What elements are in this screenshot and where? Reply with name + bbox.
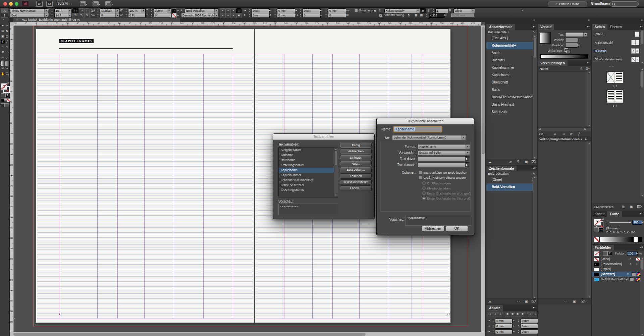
align-left-button[interactable]: ≡ — [220, 8, 225, 13]
hyphenation-checkbox[interactable]: ✓ — [379, 13, 383, 17]
grid-toggle-button[interactable]: ▤ — [420, 8, 426, 13]
left-indent-stepper[interactable]: ▴▾ — [248, 8, 251, 12]
position-field[interactable] — [565, 43, 578, 48]
align-bottom-button[interactable]: ≡ — [231, 13, 236, 18]
align-top-button[interactable]: ≡ — [220, 13, 225, 18]
gradient-swatch[interactable] — [540, 32, 551, 44]
new-link-icon[interactable]: ▣ — [573, 299, 576, 303]
master-page-row[interactable]: [Ohne] — [592, 30, 644, 38]
stepper-down-icon[interactable]: ▾ — [97, 10, 99, 12]
minimize-window-button[interactable] — [9, 2, 13, 6]
collapse-panels-icon[interactable]: » — [588, 18, 590, 22]
stock-badge[interactable]: St — [46, 1, 53, 7]
style-group-folder-icon[interactable]: ▱ — [509, 160, 512, 164]
convert-to-text-button[interactable]: In Text konvertieren — [340, 179, 372, 185]
align-center-button[interactable]: ≡ — [493, 312, 498, 317]
text-variable-row[interactable]: Letzte Seitenzahl — [279, 183, 335, 188]
chevron-down-icon[interactable]: ▾ — [466, 145, 470, 149]
fill-proxy-text[interactable]: T — [594, 219, 601, 226]
chevron-down-icon[interactable]: ▾ — [416, 9, 420, 13]
align-right-button[interactable]: ≡ — [231, 8, 236, 13]
chevron-down-icon[interactable]: ▾ — [214, 13, 218, 17]
grid-stepper[interactable]: ▴▾ — [425, 13, 428, 17]
formatting-affects-text-icon[interactable]: T — [5, 93, 9, 97]
rectangle-frame-tool[interactable]: ⊠ — [1, 50, 5, 55]
change-case-checkbox[interactable] — [418, 176, 422, 179]
stepper[interactable]: ▴▾ — [517, 319, 520, 323]
stepper-down-icon[interactable]: ▾ — [125, 15, 127, 17]
paragraph-field[interactable]: 0 mm — [521, 324, 538, 329]
ruler-origin[interactable] — [9, 22, 14, 26]
justify-all-button[interactable]: ≣ — [520, 312, 525, 317]
masters-scrollbar[interactable]: ▼ — [640, 30, 644, 64]
tab-farbfelder[interactable]: Farbfelder — [592, 245, 614, 250]
publish-online-button[interactable]: ⇡ Publish Online — [548, 1, 587, 7]
all-caps-button[interactable]: TT — [72, 8, 78, 13]
case-radio[interactable] — [422, 191, 426, 195]
name-field[interactable]: Kapitelname — [393, 126, 442, 132]
swatch-row[interactable]: [Papier] — [592, 267, 644, 272]
style-row[interactable]: Kapitelname — [486, 71, 537, 79]
style-row[interactable]: Basis — [486, 86, 537, 94]
art-select[interactable]: Lebender Kolumnentitel (Absatzformat)▾ — [392, 135, 466, 140]
margin-guide[interactable] — [256, 319, 450, 319]
collapse-panels-icon[interactable]: » — [641, 18, 643, 22]
cancel-button[interactable]: Abbrechen — [340, 149, 372, 154]
page-left[interactable]: <KAPITELNAME> B — [36, 29, 254, 323]
fill-proxy[interactable]: T — [1, 83, 7, 90]
align-right-button[interactable]: ≡ — [498, 312, 503, 317]
note-tool[interactable]: ✉ — [1, 66, 5, 71]
stepper-down-icon[interactable]: ▾ — [274, 10, 276, 12]
column-guide[interactable] — [174, 54, 174, 319]
tab-absatzformate[interactable]: Absatzformate — [486, 24, 515, 30]
indent-to-here-button[interactable]: ⇥ — [527, 312, 532, 317]
goto-link-icon[interactable]: ⇥ — [562, 132, 565, 136]
case-radio[interactable] — [422, 186, 426, 190]
list-scrollbar[interactable]: ▲▼ — [533, 176, 537, 299]
tab-ebenen[interactable]: Ebenen — [607, 24, 624, 30]
drop-cap-chars-stepper[interactable]: ▴▾ — [325, 13, 327, 17]
paragraph-style-select[interactable]: Kolumnentitel+▾ — [384, 8, 420, 13]
cancel-button[interactable]: Abbrechen — [422, 226, 444, 231]
page-thumb-3[interactable]: B — [607, 90, 615, 103]
text-stroke-swatch[interactable] — [172, 13, 177, 18]
underline-button[interactable]: T̲ — [84, 8, 90, 13]
style-row[interactable]: Seitenzahl — [486, 108, 537, 116]
panel-menu-icon[interactable]: ▾≡ — [533, 25, 536, 28]
strikethrough-button[interactable]: T̶ — [84, 13, 90, 18]
text-variable-row[interactable]: Ausgabedatum — [279, 148, 335, 153]
style-row[interactable]: Bold-Versalien — [486, 183, 537, 191]
vscale-stepper[interactable]: ▴▾ — [125, 8, 127, 12]
font-style-select[interactable]: Bold▾ — [10, 13, 48, 18]
chevron-down-icon[interactable]: ▾ — [68, 9, 71, 13]
page-thumb-1[interactable]: B1 — [607, 72, 615, 83]
first-line-stepper[interactable]: ▴▾ — [299, 8, 302, 12]
stepper-down-icon[interactable]: ▾ — [492, 321, 494, 323]
columns-stepper[interactable]: ▴▾ — [432, 8, 435, 12]
baseline-shift-field[interactable]: 0 Pt — [128, 13, 146, 18]
master-thumb-icon[interactable]: BB — [631, 57, 639, 62]
tab-zeichenformate[interactable]: Zeichenformate — [486, 166, 517, 171]
document-tab[interactable]: × *01-kapitel_buchfunktionen.indd @ 98 % — [13, 17, 180, 22]
info-scrollbar[interactable]: ▲▼ — [587, 142, 591, 298]
justify-left-button[interactable]: ≣ — [505, 312, 510, 317]
panel-menu-icon[interactable]: ▾≡ — [640, 25, 643, 28]
panel-menu-icon[interactable]: ▾≡ — [640, 246, 643, 249]
line-tool[interactable]: ╱ — [5, 40, 9, 44]
page-thumb-4[interactable]: B — [615, 90, 623, 103]
new-page-icon[interactable]: ▣ — [630, 205, 633, 209]
edit-button[interactable]: Bearbeiten... — [340, 167, 372, 172]
space-before-stepper[interactable]: ▴▾ — [248, 13, 251, 17]
swatch-row[interactable]: C=100 M=0 Y=0 K=0 — [592, 277, 644, 282]
stepper-down-icon[interactable]: ▾ — [299, 10, 302, 12]
tab-absatz[interactable]: Absatz — [486, 305, 503, 311]
small-caps-button[interactable]: Tt — [72, 13, 78, 18]
superscript-button[interactable]: T¹ — [79, 8, 84, 13]
font-size-select[interactable]: 10 Pt▾ — [54, 8, 72, 13]
tint-slider-handle[interactable]: ▲ — [629, 221, 631, 223]
chevron-down-icon[interactable]: ▾ — [462, 135, 466, 140]
space-before-field[interactable]: 0 mm — [252, 13, 270, 18]
chevron-down-icon[interactable]: ▾ — [112, 3, 113, 5]
stepper-down-icon[interactable]: ▾ — [492, 331, 494, 333]
stepper-down-icon[interactable]: ▾ — [517, 321, 520, 323]
